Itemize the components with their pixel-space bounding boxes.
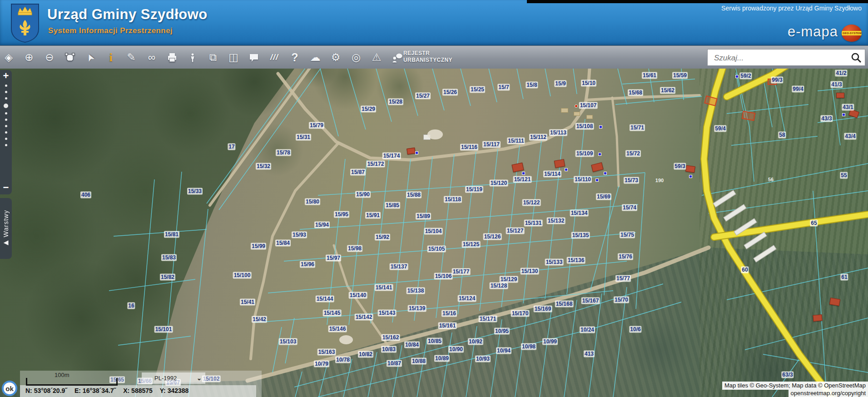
- layers-panel-tab[interactable]: ▶ Warstwy: [0, 198, 12, 259]
- locate-icon[interactable]: ◎: [350, 49, 362, 67]
- parcel-label: 15/72: [625, 150, 641, 157]
- zoom-in-icon[interactable]: ⊕: [23, 49, 35, 67]
- settings-icon[interactable]: ⚙: [330, 49, 342, 67]
- zoom-level-dot[interactable]: [5, 119, 7, 121]
- search-input[interactable]: [708, 50, 851, 66]
- parcel-label: 15/87: [350, 169, 366, 176]
- zoom-level-dot[interactable]: [5, 91, 7, 93]
- zoom-level-dot[interactable]: [5, 144, 7, 146]
- parcel-label: 41/3: [830, 81, 843, 88]
- parcel-label: 15/97: [326, 255, 341, 262]
- parcel-label: 15/169: [534, 306, 552, 313]
- search-icon[interactable]: [850, 52, 862, 64]
- cloud-services-icon[interactable]: ☁: [309, 49, 321, 67]
- parcel-label: 60: [741, 267, 749, 273]
- parcel-label: 10/84: [404, 342, 420, 348]
- parcel-label: 15/96: [300, 261, 315, 268]
- zoom-level-dot[interactable]: [5, 138, 7, 140]
- blue-square-marker: [689, 175, 692, 178]
- blue-square-marker: [415, 151, 418, 154]
- parcel-label: 15/172: [367, 161, 385, 168]
- parcel-label: 15/163: [317, 349, 336, 356]
- parcel-label: 15/99: [251, 243, 266, 250]
- zoom-level-dot[interactable]: [5, 131, 7, 134]
- parcel-label: 10/87: [387, 360, 402, 367]
- parcel-label: 15/161: [438, 323, 457, 329]
- parcel-label: 15/126: [483, 233, 502, 240]
- parcel-label: 55: [840, 172, 848, 179]
- parcel-label: 15/129: [500, 276, 518, 283]
- parcel-label: 15/10: [581, 80, 596, 87]
- blue-square-marker: [735, 75, 739, 78]
- map-attribution: Map tiles © Geo-System; Map data © OpenS…: [722, 382, 868, 390]
- street-view-icon[interactable]: [187, 49, 198, 67]
- parcel-label: 15/27: [415, 93, 431, 99]
- red-building: [829, 298, 840, 306]
- layers-icon[interactable]: ◈: [3, 49, 15, 67]
- crs-selector[interactable]: PL-1992 ⌄: [142, 372, 205, 384]
- zoom-out-icon[interactable]: ⊖: [44, 49, 55, 67]
- parcel-label: 15/70: [614, 297, 629, 303]
- layers-tab-label: ▶ Warstwy: [2, 210, 10, 247]
- feedback-icon[interactable]: [391, 49, 403, 67]
- comment-balloon-icon[interactable]: [248, 49, 260, 67]
- select-area-icon[interactable]: [64, 49, 76, 67]
- parcel-label: 59/2: [739, 73, 752, 79]
- zoom-level-dot[interactable]: [5, 84, 7, 87]
- chevron-down-icon: ⌄: [197, 375, 202, 382]
- coord-e: E: 16°38´34.7˝: [74, 387, 116, 394]
- zoom-level-dot[interactable]: [5, 112, 7, 114]
- parcel-label: 15/8: [526, 82, 538, 89]
- cursor-icon[interactable]: ➤: [84, 49, 96, 67]
- parcel-label: 15/171: [479, 316, 497, 323]
- coat-of-arms: [10, 3, 40, 43]
- parcel-label: 15/177: [452, 268, 471, 275]
- hatch-icon[interactable]: ///: [268, 49, 280, 67]
- parcel-label: 15/92: [375, 234, 390, 241]
- parcel-label: 15/174: [382, 153, 401, 159]
- zoom-level-dot[interactable]: [4, 104, 8, 108]
- parcel-label: 15/28: [388, 99, 403, 105]
- parcel-label: 58: [778, 132, 786, 139]
- parcel-label: 15/124: [458, 295, 476, 302]
- parcel-label: 15/9: [554, 80, 566, 87]
- parcel-label: 15/145: [323, 310, 342, 317]
- parcel-label: 10/78: [335, 357, 351, 363]
- measure-icon[interactable]: ✎: [125, 49, 137, 67]
- parcel-label: 15/139: [408, 305, 427, 312]
- zoom-in-button[interactable]: +: [3, 70, 9, 82]
- rejestr-urbanistyczny-button[interactable]: REJESTR URBANISTYCZNY: [403, 50, 452, 64]
- copy-view-icon[interactable]: ⧉: [207, 49, 219, 67]
- split-view-icon[interactable]: ◫: [228, 49, 239, 67]
- zoom-level-dots: [4, 84, 8, 146]
- report-issue-icon[interactable]: ⚠: [371, 49, 382, 67]
- info-icon[interactable]: i: [105, 49, 117, 67]
- coord-x: X: 588575: [123, 387, 153, 394]
- parcel-label: 15/167: [581, 298, 600, 304]
- link-icon[interactable]: ∞: [146, 49, 158, 67]
- parcel-label: 15/74: [622, 204, 637, 211]
- parcel-label: 15/7: [497, 84, 510, 91]
- parcel-label: 10/90: [448, 346, 464, 353]
- print-icon[interactable]: [166, 49, 178, 67]
- help-icon[interactable]: ?: [289, 49, 301, 67]
- parcel-label: 10/94: [496, 347, 511, 354]
- parcel-label: 61: [840, 274, 848, 281]
- parcel-label: 15/120: [490, 180, 508, 187]
- parcel-label: 15/82: [160, 274, 175, 281]
- parcel-label: 15/25: [470, 86, 485, 93]
- coordinates-readout: N: 53°08´20.9˝E: 16°38´34.7˝X: 588575Y: …: [25, 387, 196, 394]
- parcel-label: 15/111: [507, 138, 525, 144]
- zoom-control: + −: [0, 70, 12, 194]
- zoom-level-dot[interactable]: [5, 125, 7, 127]
- map-canvas[interactable]: 1740615/3315/3215/7815/3115/7915/2915/28…: [0, 69, 868, 397]
- zoom-out-button[interactable]: −: [3, 182, 9, 194]
- parcel-label: 15/85: [385, 202, 400, 209]
- osm-copyright-link[interactable]: openstreetmap.org/copyright: [789, 390, 868, 397]
- zoom-level-dot[interactable]: [5, 97, 7, 99]
- parcel-label: 15/61: [642, 72, 657, 79]
- parcel-label: 15/105: [427, 246, 446, 253]
- parcel-label: 15/29: [361, 106, 376, 113]
- map-toolbar: ◈⊕⊖➤i✎∞⧉◫///?☁⚙◎⚠ REJESTR URBANISTYCZNY: [0, 45, 868, 69]
- parcel-label: 406: [80, 192, 91, 198]
